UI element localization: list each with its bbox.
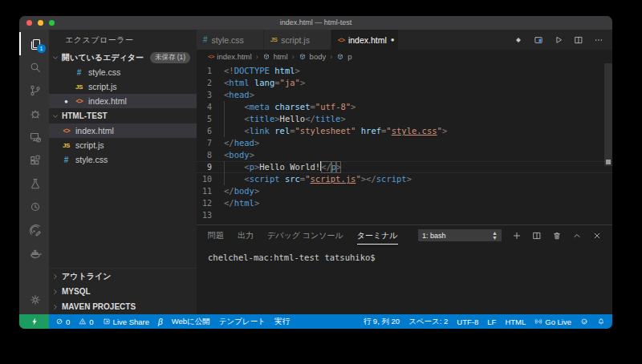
split-editor-button[interactable] — [574, 35, 583, 45]
activity-item-remote-explorer[interactable] — [19, 125, 49, 148]
activity-item-debug[interactable] — [19, 102, 49, 125]
bolt-icon — [30, 317, 39, 326]
status-go-live[interactable]: Go Live — [534, 317, 571, 326]
close-window-button[interactable] — [26, 20, 32, 26]
status-encoding[interactable]: UTF-8 — [457, 317, 478, 326]
status-notifications[interactable] — [597, 317, 605, 326]
panel-tab-デバッグ コンソール[interactable]: デバッグ コンソール — [267, 227, 343, 245]
section-アウトライン[interactable]: アウトライン — [49, 269, 197, 284]
panel-tab-問題[interactable]: 問題 — [208, 227, 224, 245]
code-token: title — [315, 113, 341, 125]
code-token: href — [361, 125, 381, 137]
code-token: body — [234, 185, 254, 197]
kill-terminal-button[interactable] — [552, 231, 562, 241]
code-token: script — [250, 173, 280, 185]
code-line[interactable]: 3<head> — [197, 89, 612, 101]
code-token: lang — [254, 77, 274, 89]
zoom-window-button[interactable] — [49, 20, 55, 26]
code-line[interactable]: 6 <link rel="stylesheet" href="style.css… — [197, 125, 612, 137]
breadcrumb-item-html[interactable]: html — [262, 52, 288, 61]
panel-tab-出力[interactable]: 出力 — [238, 227, 254, 245]
activity-item-testing[interactable] — [19, 172, 49, 195]
format-button[interactable] — [514, 35, 523, 45]
code-token: body — [229, 149, 249, 161]
open-editors-label: 開いているエディター — [62, 52, 144, 63]
split-terminal-button[interactable] — [532, 231, 542, 241]
status-template[interactable]: テンプレート — [219, 317, 266, 327]
minimize-window-button[interactable] — [38, 20, 43, 26]
status-language-mode[interactable]: HTML — [505, 317, 526, 326]
status-live-share[interactable]: Live Share — [103, 317, 149, 326]
breadcrumb-item-p[interactable]: p — [336, 52, 351, 61]
section-mysql[interactable]: MYSQL — [49, 284, 197, 299]
tree-item[interactable]: #style.css — [49, 152, 197, 167]
broadcast-icon — [534, 317, 542, 326]
activity-item-explorer[interactable]: 1 — [19, 32, 49, 55]
dirty-dot[interactable]: ● — [391, 36, 395, 43]
maximize-panel-button[interactable] — [572, 231, 582, 241]
remote-indicator[interactable] — [19, 314, 49, 329]
status-run[interactable]: 実行 — [274, 317, 290, 327]
tab-index.html[interactable]: <>index.html● — [331, 30, 399, 50]
beta-icon: β — [158, 317, 163, 326]
open-editor-item[interactable]: ●<>index.html — [49, 94, 197, 108]
smiley-icon — [580, 317, 588, 326]
tree-item[interactable]: <>index.html — [49, 123, 197, 138]
activity-item-live-share[interactable] — [19, 218, 49, 241]
status-publish-web[interactable]: Webに公開 — [172, 317, 210, 327]
status-cursor-position[interactable]: 行 9, 列 20 — [364, 317, 400, 327]
code-line[interactable]: 13 — [197, 209, 612, 221]
new-terminal-button[interactable] — [512, 231, 522, 241]
status-indentation[interactable]: スペース: 2 — [408, 317, 448, 327]
activity-item-search[interactable] — [19, 55, 49, 79]
panel-tab-ターミナル[interactable]: ターミナル — [357, 227, 398, 245]
line-number: 1 — [197, 65, 224, 77]
code-line[interactable]: 4 <meta charset="utf-8"> — [197, 101, 612, 113]
tab-style.css[interactable]: #style.css — [197, 30, 264, 50]
file-label: script.js — [75, 140, 104, 150]
code-line[interactable]: 12</html> — [197, 197, 612, 209]
folder-header[interactable]: HTML-TEST — [49, 108, 197, 123]
code-line[interactable]: 2<html lang="ja"> — [197, 77, 612, 89]
terminal[interactable]: chelchel-mac:html-test tatsuhiko$ — [197, 245, 612, 314]
code-line[interactable]: 1<!DOCTYPE html> — [197, 65, 612, 77]
editor-scrollbar[interactable] — [604, 63, 612, 166]
sidebar-spacer — [49, 167, 197, 268]
status-eol[interactable]: LF — [487, 317, 496, 326]
tab-script.js[interactable]: JSscript.js — [264, 30, 331, 50]
code-token: > — [351, 101, 356, 113]
status-warnings[interactable]: 0 — [79, 317, 93, 326]
activity-item-source-control[interactable] — [19, 79, 49, 102]
code-token: > — [442, 125, 447, 137]
more-actions-button[interactable] — [594, 35, 603, 45]
code-line[interactable]: 11</body> — [197, 185, 612, 197]
code-line[interactable]: 8<body> — [197, 149, 612, 161]
line-number: 9 — [197, 161, 224, 173]
status-errors[interactable]: 0 — [55, 317, 70, 326]
activity-item-extensions[interactable] — [19, 148, 49, 172]
status-feedback[interactable] — [580, 317, 588, 326]
code-line[interactable]: 7</head> — [197, 137, 612, 149]
title-bar[interactable]: index.html — html-test — [19, 16, 612, 30]
breadcrumb-item-body[interactable]: body — [299, 52, 327, 61]
close-panel-button[interactable] — [592, 231, 602, 241]
activity-item-timeline[interactable] — [19, 195, 49, 218]
symbol-cube — [299, 53, 307, 61]
activity-item-docker[interactable] — [19, 241, 49, 265]
open-editors-header[interactable]: 開いているエディター 未保存 (1) — [49, 50, 197, 65]
breadcrumb-item-index.html[interactable]: <>index.html — [208, 52, 252, 61]
section-maven-projects[interactable]: MAVEN PROJECTS — [49, 299, 197, 314]
activity-item-settings[interactable] — [19, 288, 49, 311]
tree-item[interactable]: JSscript.js — [49, 138, 197, 152]
run-code-button[interactable] — [554, 35, 563, 45]
code-line[interactable]: 9 <p>Hello World!</p> — [197, 161, 612, 173]
code-line[interactable]: 5 <title>Hello</title> — [197, 113, 612, 125]
open-editor-item[interactable]: JSscript.js — [49, 79, 197, 94]
code-line[interactable]: 10 <script src="script.js"></script> — [197, 173, 612, 185]
open-preview-button[interactable] — [534, 35, 543, 45]
terminal-select[interactable]: 1: bash▲▼ — [418, 229, 502, 241]
status-beta[interactable]: β — [158, 317, 163, 326]
code-editor[interactable]: 1<!DOCTYPE html>2<html lang="ja">3<head>… — [197, 63, 612, 224]
open-editor-item[interactable]: #style.css — [49, 65, 197, 79]
code-token: > — [254, 197, 259, 209]
